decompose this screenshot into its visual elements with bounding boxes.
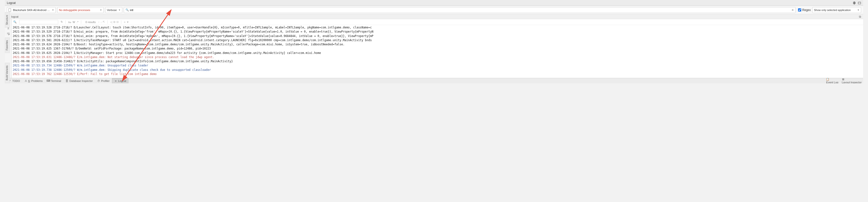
logcat-icon: ≡ — [114, 79, 117, 82]
find-export-icon[interactable]: ⇱ — [103, 20, 105, 24]
layout-inspector-button[interactable]: ⊞ Layout Inspector — [842, 78, 862, 83]
term-icon: ⌨ — [47, 79, 50, 82]
find-bar: 🔍 ↻ Aa W .* 0 results ↑ ↓ ⇱ +| — [12, 19, 863, 25]
side-tab-structure[interactable]: Structure — [5, 12, 10, 28]
gear-icon[interactable] — [852, 1, 856, 5]
log-line[interactable]: 2021-06-08 17:53:19.528 2718-2718/? D/La… — [13, 25, 862, 30]
log-output[interactable]: 2021-06-08 17:53:19.528 2718-2718/? D/La… — [12, 25, 863, 78]
side-panel-toggle-icon[interactable]: ⧉ — [859, 15, 861, 18]
hide-icon[interactable] — [858, 1, 861, 5]
chevron-down-icon: ▼ — [100, 9, 102, 11]
log-line[interactable]: 2021-06-08 17:53:19 762 12486-12530/? E/… — [13, 72, 862, 76]
inner-tab-label[interactable]: logcat — [11, 15, 18, 18]
search-box[interactable]: 🔍 ✕ — [124, 7, 796, 13]
regex-checkbox-input[interactable] — [798, 8, 801, 11]
db-icon: 🗄 — [66, 79, 68, 82]
device-icon — [8, 8, 11, 12]
device-text: Blackshark SKR-A0 Android 10, — [13, 8, 51, 11]
event-log-button[interactable]: 📋 Event Log — [826, 78, 838, 83]
bottom-tab-profiler[interactable]: ⏱Profiler — [95, 78, 112, 83]
log-line[interactable]: 2021-06-08 17:53:19.625 2028-2104/? I/Ac… — [13, 51, 862, 55]
log-line[interactable]: 2021-06-08 17:53:19.581 2028-6222/? I/Ac… — [13, 38, 862, 43]
bottom-tab-logcat[interactable]: ≡Logcat — [112, 78, 128, 83]
regex-label: Regex — [802, 8, 811, 12]
clear-search-icon[interactable]: ✕ — [792, 8, 794, 12]
inner-tab-row: logcat ⧉ — [5, 14, 863, 19]
chevron-down-icon: ▼ — [857, 9, 860, 11]
search-icon: 🔍 — [125, 8, 129, 11]
log-line[interactable]: 2021-06-08 17:53:19.734 12486-12509/? W/… — [13, 64, 862, 68]
side-tab-build-variants[interactable]: Build Variants — [5, 63, 10, 83]
find-add-selection-icon[interactable]: +| — [110, 21, 112, 24]
find-search-icon[interactable]: 🔍 — [13, 20, 17, 24]
svg-rect-0 — [858, 2, 861, 4]
log-line[interactable]: 2021-06-08 17:53:19.576 2718-2718/? D/mi… — [13, 34, 862, 38]
bottom-tab-6-problems[interactable]: ⚠6: Problems — [23, 78, 45, 83]
find-next-icon[interactable]: ↓ — [100, 21, 102, 24]
side-tab-favorites[interactable]: Favorites — [5, 37, 10, 53]
words-icon[interactable]: W — [73, 21, 75, 24]
bottom-tab-terminal[interactable]: ⌨Terminal — [45, 78, 63, 83]
warn-icon: ⚠ — [25, 79, 27, 82]
process-text: No debuggable processes — [59, 8, 99, 11]
find-remove-selection-icon[interactable]: ⊟ — [116, 20, 119, 24]
regex-checkbox[interactable]: Regex — [798, 8, 811, 12]
bottom-tab-label: Database Inspector — [69, 79, 93, 82]
bottom-tab-label: Logcat — [118, 79, 126, 82]
bottom-tab-database-inspector[interactable]: 🗄Database Inspector — [64, 78, 95, 83]
find-results-count: 0 results — [86, 21, 96, 24]
bottom-tab-label: 6: Problems — [28, 79, 43, 82]
log-line[interactable]: 2021-06-08 17:53:19.738 12486-12509/? W/… — [13, 68, 862, 72]
device-selector[interactable]: Blackshark SKR-A0 Android 10, ▼ — [7, 7, 56, 13]
prof-icon: ⏱ — [97, 79, 100, 82]
bottom-tab-label: TODO — [12, 79, 20, 82]
find-prev-icon[interactable]: ↑ — [98, 21, 99, 24]
chevron-down-icon: ▼ — [52, 9, 54, 11]
find-select-all-icon[interactable]: ⊞ — [113, 20, 116, 24]
log-line[interactable]: 2021-06-08 17:53:19.529 2718-2718/? D/mi… — [13, 30, 862, 34]
match-case-icon[interactable]: Aa — [68, 21, 71, 24]
find-history-icon[interactable]: ↻ — [61, 20, 63, 24]
filter-bar: Blackshark SKR-A0 Android 10, ▼ No debug… — [5, 6, 863, 14]
bottom-tab-label: Terminal — [51, 79, 61, 82]
bottom-bar: ✓TODO⚠6: Problems⌨Terminal🗄Database Insp… — [5, 78, 863, 83]
panel-title: Logcat — [7, 1, 16, 5]
search-input[interactable] — [130, 8, 790, 11]
find-input[interactable] — [19, 20, 58, 24]
filter-selector[interactable]: Show only selected application ▼ — [812, 7, 861, 13]
chevron-down-icon: ▼ — [118, 9, 121, 11]
filter-text: Show only selected application — [814, 8, 856, 11]
log-line[interactable]: 2021-06-08 17:53:19.656 31458-31482/? D/… — [13, 59, 862, 64]
log-level-selector[interactable]: Verbose ▼ — [105, 7, 122, 13]
process-selector[interactable]: No debuggable processes ▼ — [57, 7, 104, 13]
log-line[interactable]: 2021-06-08 17:53:19.625 1367-31760/? D/O… — [13, 47, 862, 51]
regex-find-icon[interactable]: .* — [76, 21, 78, 24]
panel-header: Logcat — [5, 0, 863, 6]
log-line[interactable]: 2021-06-08 17:53:19.624 2028-2104/? D/Bo… — [13, 43, 862, 47]
funnel-icon[interactable]: ▼ — [126, 21, 129, 24]
bottom-tab-label: Profiler — [101, 79, 110, 82]
level-text: Verbose — [107, 8, 117, 11]
filter-icon[interactable]: ≡ — [124, 21, 125, 24]
log-line[interactable]: 2021-06-08 17:53:19.631 12486-12486/? E/… — [13, 55, 862, 59]
